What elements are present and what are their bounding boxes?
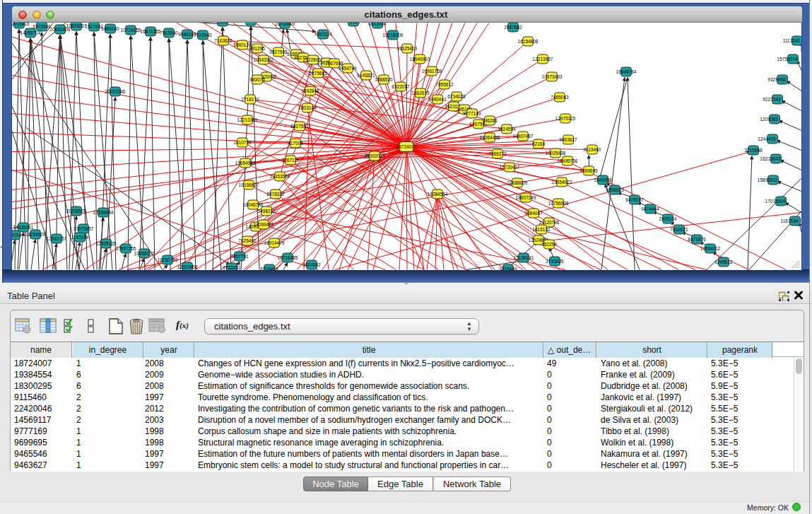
svg-text:1527602: 1527602	[85, 24, 103, 29]
svg-text:14099489: 14099489	[254, 222, 274, 227]
svg-text:1167534: 1167534	[781, 218, 799, 223]
svg-text:11325419: 11325419	[397, 46, 418, 51]
svg-text:16671355: 16671355	[141, 29, 161, 34]
svg-text:16648784: 16648784	[616, 69, 637, 74]
svg-text:9146821: 9146821	[357, 73, 375, 78]
svg-text:18640910: 18640910	[410, 57, 430, 62]
svg-text:16782759: 16782759	[158, 257, 178, 262]
svg-text:16210643: 16210643	[760, 156, 781, 161]
svg-text:16033809: 16033809	[275, 23, 295, 26]
svg-text:7625402: 7625402	[238, 238, 257, 243]
svg-text:10807487: 10807487	[513, 134, 534, 139]
svg-text:6466160: 6466160	[101, 26, 119, 31]
svg-text:10025438: 10025438	[546, 151, 566, 156]
svg-text:7515540: 7515540	[160, 30, 178, 35]
svg-text:19654983: 19654983	[235, 160, 256, 165]
svg-text:7515540: 7515540	[194, 33, 212, 37]
svg-text:16961758: 16961758	[422, 69, 442, 74]
svg-text:18495756: 18495756	[558, 158, 578, 163]
svg-text:16046786: 16046786	[243, 202, 264, 207]
svg-text:6875685: 6875685	[309, 71, 327, 76]
svg-text:9827508: 9827508	[269, 49, 288, 54]
svg-text:25302023: 25302023	[365, 153, 385, 158]
svg-text:7357224: 7357224	[314, 32, 332, 37]
svg-text:16914479: 16914479	[264, 240, 285, 245]
svg-text:12213967: 12213967	[533, 57, 553, 62]
svg-text:12016815: 12016815	[12, 23, 30, 26]
svg-text:19384554: 19384554	[428, 192, 448, 197]
svg-text:17016504: 17016504	[765, 199, 786, 204]
svg-text:417006: 417006	[288, 141, 303, 146]
svg-text:10719155: 10719155	[121, 28, 141, 33]
svg-text:19218506: 19218506	[383, 33, 404, 37]
svg-text:8322037: 8322037	[392, 84, 410, 89]
svg-text:1145194: 1145194	[71, 235, 89, 240]
svg-text:8454749: 8454749	[339, 66, 357, 71]
svg-text:20053346: 20053346	[105, 89, 126, 94]
svg-text:5498222: 5498222	[257, 209, 276, 214]
svg-text:12323468: 12323468	[177, 264, 198, 269]
svg-text:20206576: 20206576	[66, 209, 87, 214]
svg-text:7485063: 7485063	[551, 95, 569, 100]
svg-text:10543342: 10543342	[254, 57, 274, 62]
svg-text:9245612: 9245612	[714, 259, 733, 264]
svg-text:1640958: 1640958	[594, 177, 612, 182]
svg-text:19166827: 19166827	[239, 182, 259, 187]
svg-text:8578332: 8578332	[266, 192, 285, 197]
svg-text:10958107: 10958107	[134, 251, 155, 256]
svg-text:8716405: 8716405	[260, 267, 278, 271]
svg-text:8990443: 8990443	[428, 97, 447, 102]
svg-text:75155: 75155	[347, 23, 360, 24]
svg-text:1615132: 1615132	[532, 227, 551, 232]
svg-text:8471676: 8471676	[688, 237, 706, 242]
svg-text:2087682: 2087682	[504, 25, 522, 30]
svg-text:9815469: 9815469	[499, 267, 517, 271]
svg-text:10654112: 10654112	[700, 246, 721, 251]
svg-text:9024502: 9024502	[302, 262, 321, 267]
svg-text:9084067: 9084067	[524, 211, 543, 216]
svg-text:1244415: 1244415	[758, 136, 776, 141]
svg-text:17359934: 17359934	[93, 210, 114, 215]
svg-text:9329966: 9329966	[767, 77, 786, 82]
svg-text:21364436: 21364436	[480, 135, 500, 140]
svg-text:9899695: 9899695	[579, 168, 598, 173]
svg-text:9474444: 9474444	[641, 206, 659, 211]
svg-text:12342757: 12342757	[47, 236, 67, 241]
svg-text:983076: 983076	[249, 77, 265, 82]
svg-text:9777169: 9777169	[463, 111, 481, 116]
svg-text:9457791: 9457791	[230, 254, 249, 259]
svg-text:9463627: 9463627	[559, 137, 577, 142]
svg-text:15720407: 15720407	[500, 165, 520, 170]
svg-text:3824554: 3824554	[498, 127, 516, 132]
svg-text:1010755: 1010755	[233, 140, 252, 145]
svg-text:891295: 891295	[249, 46, 265, 51]
svg-text:18807249: 18807249	[516, 195, 536, 200]
svg-text:7163822: 7163822	[214, 38, 233, 43]
svg-text:7986372: 7986372	[488, 151, 507, 156]
svg-text:3215958: 3215958	[744, 148, 763, 153]
svg-text:15716485: 15716485	[278, 255, 298, 260]
svg-text:8531: 8531	[218, 23, 228, 24]
svg-text:12505135: 12505135	[96, 241, 117, 246]
svg-text:18724007: 18724007	[396, 144, 417, 149]
svg-text:2367608: 2367608	[325, 61, 343, 66]
svg-text:7955812: 7955812	[435, 82, 454, 87]
svg-text:2718170: 2718170	[241, 97, 259, 102]
svg-text:11353594: 11353594	[270, 174, 290, 179]
svg-text:17957255: 17957255	[116, 246, 136, 251]
svg-text:1733426: 1733426	[546, 259, 564, 264]
svg-text:746266: 746266	[482, 118, 498, 123]
svg-text:12975115: 12975115	[555, 116, 576, 121]
svg-text:15892911: 15892911	[758, 177, 778, 182]
svg-text:10756928: 10756928	[548, 201, 569, 206]
svg-text:10973: 10973	[245, 23, 257, 23]
svg-text:14335061: 14335061	[13, 225, 34, 230]
svg-text:10688609: 10688609	[507, 180, 528, 185]
svg-text:6479197: 6479197	[625, 197, 644, 202]
svg-text:62160: 62160	[532, 141, 545, 146]
svg-text:2935114: 2935114	[659, 216, 677, 221]
svg-text:12213369: 12213369	[237, 117, 258, 122]
svg-text:9227343: 9227343	[763, 97, 781, 102]
svg-text:15751074: 15751074	[777, 57, 798, 62]
svg-text:7632621: 7632621	[670, 227, 688, 232]
